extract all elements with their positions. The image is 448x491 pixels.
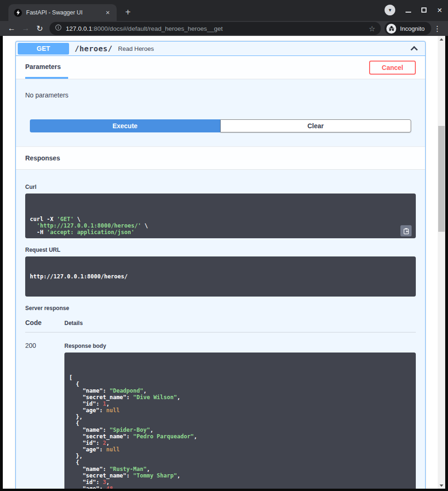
parameters-header: Parameters Cancel <box>16 56 425 79</box>
copy-curl-icon[interactable] <box>400 225 412 236</box>
window-close-icon[interactable]: ✕ <box>437 7 442 14</box>
scroll-up-icon[interactable] <box>438 36 445 42</box>
tab-title: FastAPI - Swagger UI <box>26 9 104 16</box>
response-table-header: Code Details <box>25 316 416 332</box>
code-column-header: Code <box>25 319 64 326</box>
forward-icon: → <box>19 24 33 33</box>
method-badge: GET <box>18 43 69 55</box>
clear-button[interactable]: Clear <box>220 119 412 132</box>
scrollbar-thumb[interactable] <box>438 126 445 232</box>
browser-tab[interactable]: FastAPI - Swagger UI × <box>8 4 117 21</box>
response-body-json: [ { "name": "Deadpond", "secret_name": "… <box>64 353 416 489</box>
response-row-200: 200 Response body [ { "name": "Deadpond"… <box>25 332 416 489</box>
responses-title: Responses <box>25 154 60 162</box>
url-host: 127.0.0.1 <box>66 25 92 32</box>
window-border-right <box>445 36 448 489</box>
endpoint-path: /heroes/ <box>75 44 112 53</box>
responses-header: Responses <box>16 146 425 170</box>
execute-button[interactable]: Execute <box>30 119 220 132</box>
incognito-icon <box>386 24 396 34</box>
no-parameters-text: No parameters <box>25 91 69 99</box>
cancel-button[interactable]: Cancel <box>369 61 416 75</box>
new-tab-icon[interactable]: + <box>122 7 133 17</box>
request-url-text: http://127.0.0.1:8000/heroes/ <box>30 273 128 280</box>
page-info-icon[interactable] <box>55 24 62 33</box>
address-bar[interactable]: 127.0.0.1:8000/docs#/default/read_heroes… <box>49 22 381 35</box>
scroll-down-icon[interactable] <box>438 482 445 489</box>
tab-parameters: Parameters <box>25 56 68 79</box>
page-scrollbar[interactable] <box>438 36 445 489</box>
curl-label: Curl <box>25 184 416 190</box>
back-icon[interactable]: ← <box>5 24 19 33</box>
reload-icon[interactable]: ↻ <box>33 24 47 34</box>
server-response-table: Code Details 200 Response body [ { "name… <box>25 316 416 489</box>
menu-kebab-icon[interactable]: ⋮ <box>431 24 443 33</box>
curl-command: curl -X 'GET' \ 'http://127.0.0.1:8000/h… <box>25 194 416 238</box>
tab-search-icon[interactable]: ▾ <box>385 5 395 15</box>
status-code: 200 <box>25 342 64 489</box>
responses-body: Curl curl -X 'GET' \ 'http://127.0.0.1:8… <box>16 170 425 489</box>
maximize-icon[interactable] <box>421 6 427 14</box>
tab-close-icon[interactable]: × <box>104 8 112 17</box>
bookmark-star-icon[interactable]: ☆ <box>369 24 375 33</box>
parameters-body: No parameters <box>16 79 425 99</box>
request-url-value: http://127.0.0.1:8000/heroes/ <box>25 256 416 297</box>
opblock-get-heroes: GET /heroes/ Read Heroes Parameters Canc… <box>15 41 426 489</box>
url-text: 127.0.0.1:8000/docs#/default/read_heroes… <box>66 25 365 32</box>
fastapi-favicon-icon <box>14 9 22 17</box>
collapse-chevron-icon[interactable] <box>411 46 418 53</box>
swagger-page: GET /heroes/ Read Heroes Parameters Canc… <box>3 36 438 489</box>
url-path: :8000/docs#/default/read_heroes_heroes__… <box>92 25 223 32</box>
window-border-bottom <box>0 489 448 491</box>
details-column-header: Details <box>64 319 83 326</box>
execute-wrapper: Execute Clear <box>16 119 425 146</box>
browser-titlebar: FastAPI - Swagger UI × + ▾ ✕ <box>0 0 448 21</box>
minimize-icon[interactable] <box>406 6 411 14</box>
endpoint-summary: Read Heroes <box>118 45 412 52</box>
server-response-label: Server response <box>25 305 416 311</box>
incognito-badge: Incognito <box>385 22 431 35</box>
incognito-label: Incognito <box>400 25 425 32</box>
opblock-summary[interactable]: GET /heroes/ Read Heroes <box>16 41 425 56</box>
request-url-label: Request URL <box>25 247 416 253</box>
response-body-label: Response body <box>64 343 416 349</box>
browser-toolbar: ← → ↻ 127.0.0.1:8000/docs#/default/read_… <box>0 21 448 36</box>
parameters-title: Parameters <box>25 63 61 70</box>
